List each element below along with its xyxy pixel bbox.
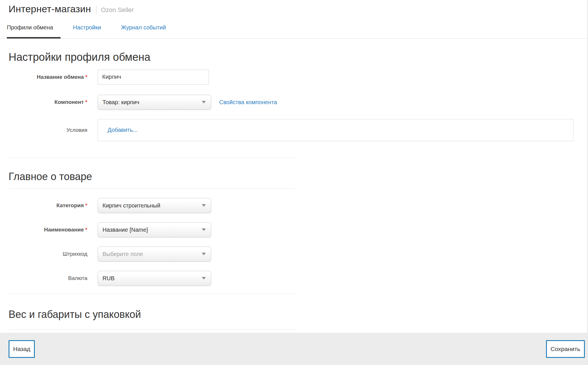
profile-section-heading: Настройки профиля обмена [9,51,587,64]
tab-event-log[interactable]: Журнал событий [121,24,173,38]
component-properties-link[interactable]: Свойства компонента [219,99,277,106]
component-row: Компонент* Товар: кирпич Свойства компон… [0,95,587,110]
required-mark: * [85,227,87,233]
footer-bar: Назад Сохранить [0,333,587,365]
component-label-text: Компонент [55,99,84,105]
exchange-name-label-text: Название обмена [37,74,84,80]
currency-select[interactable]: RUB [98,271,211,286]
barcode-select-placeholder: Выберите поле [102,251,143,257]
currency-label: Валюта [0,275,98,282]
product-section-heading: Главное о товаре [9,170,587,183]
section-divider [9,158,295,158]
conditions-row: Условия Добавить... [0,119,587,141]
save-button[interactable]: Сохранить [546,340,585,358]
page: Интернет-магазин Ozon Seller Профили обм… [0,0,588,365]
component-select-value: Товар: кирпич [102,99,139,106]
category-row: Категория* Кирпич строительный [0,198,587,213]
barcode-select[interactable]: Выберите поле [98,247,211,262]
currency-select-value: RUB [102,275,114,282]
title-divider [96,5,96,14]
header: Интернет-магазин Ozon Seller [0,0,587,15]
category-select[interactable]: Кирпич строительный [98,198,211,213]
required-mark: * [85,202,87,208]
name-label: Наименование* [0,226,98,233]
tab-exchange-profiles[interactable]: Профили обмена [7,24,61,39]
chevron-down-icon [202,101,206,104]
barcode-row: Штрихкод Выберите поле [0,247,587,262]
required-mark: * [85,74,87,80]
tab-bar: Профили обмена Настройки Журнал событий [0,24,587,39]
dimensions-section-heading: Вес и габариты с упаковкой [9,308,587,320]
exchange-name-row: Название обмена* [0,70,587,84]
tab-settings[interactable]: Настройки [73,24,108,38]
category-label-text: Категория [57,202,84,208]
conditions-add-link[interactable]: Добавить... [108,127,138,133]
chevron-down-icon [202,277,206,280]
section-divider [9,329,295,330]
exchange-name-input[interactable] [98,70,209,84]
section-divider [9,188,295,189]
name-select[interactable]: Название [Name] [98,222,211,237]
conditions-label: Условия [0,127,98,134]
conditions-box: Добавить... [98,119,573,141]
name-label-text: Наименование [44,227,84,233]
component-select[interactable]: Товар: кирпич [98,95,211,110]
chevron-down-icon [202,253,206,255]
category-select-value: Кирпич строительный [102,202,160,209]
name-select-value: Название [Name] [102,227,148,233]
name-row: Наименование* Название [Name] [0,222,587,237]
back-button[interactable]: Назад [9,340,35,358]
page-title: Интернет-магазин [9,3,91,15]
required-mark: * [85,99,87,105]
page-subtitle: Ozon Seller [101,6,134,14]
category-label: Категория* [0,202,98,209]
chevron-down-icon [202,204,206,207]
section-divider [9,294,295,294]
exchange-name-label: Название обмена* [0,74,98,80]
component-label: Компонент* [0,99,98,106]
chevron-down-icon [202,229,206,231]
barcode-label: Штрихкод [0,251,98,257]
currency-row: Валюта RUB [0,271,587,286]
